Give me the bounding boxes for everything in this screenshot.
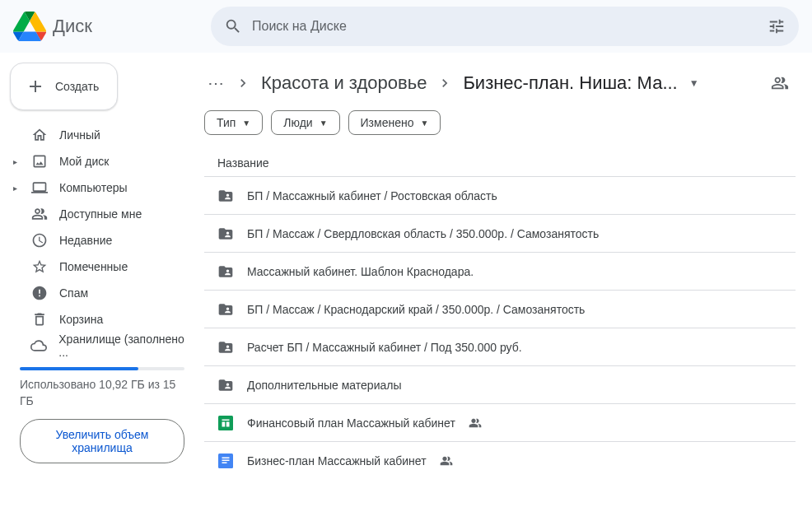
file-name: Бизнес-план Массажный кабинет	[247, 454, 427, 467]
sidebar-item-drive[interactable]: ▸Мой диск	[10, 148, 194, 174]
create-button[interactable]: Создать	[10, 63, 118, 110]
file-name: Финансовый план Массажный кабинет	[247, 416, 455, 430]
storage-fill	[20, 367, 138, 370]
search-bar[interactable]	[211, 7, 799, 46]
shared-icon	[440, 454, 453, 467]
breadcrumb-more-icon[interactable]: ⋯	[204, 73, 228, 93]
chevron-down-icon: ▼	[242, 119, 250, 128]
search-icon	[224, 17, 242, 35]
filter-Тип[interactable]: Тип▼	[204, 110, 263, 135]
file-list: БП / Массажный кабинет / Ростовская обла…	[204, 176, 796, 479]
sidebar-item-label: Спам	[59, 286, 88, 300]
sidebar-item-computer[interactable]: ▸Компьютеры	[10, 174, 194, 201]
create-label: Создать	[55, 80, 99, 93]
sidebar-item-trash[interactable]: Корзина	[10, 306, 194, 333]
file-name: БП / Массаж / Краснодарский край / 350.0…	[247, 303, 585, 316]
nav-secondary: Доступные мнеНедавниеПомеченные	[10, 201, 194, 280]
main-content: ⋯ Красота и здоровье Бизнес-план. Ниша: …	[204, 53, 812, 507]
spam-icon	[31, 285, 48, 301]
sidebar-item-shared[interactable]: Доступные мне	[10, 201, 194, 227]
filter-label: Люди	[283, 116, 312, 129]
sidebar-item-label: Компьютеры	[59, 181, 128, 194]
search-input[interactable]	[252, 19, 758, 34]
file-row[interactable]: Массажный кабинет. Шаблон Краснодара.	[204, 252, 796, 290]
plus-icon	[26, 77, 45, 96]
file-row[interactable]: БП / Массажный кабинет / Ростовская обла…	[204, 176, 796, 214]
breadcrumb-parent[interactable]: Красота и здоровье	[258, 71, 430, 95]
topbar: Диск	[0, 0, 812, 53]
sidebar-item-home[interactable]: Личный	[10, 122, 194, 148]
file-row[interactable]: Расчет БП / Массажный кабинет / Под 350.…	[204, 328, 796, 365]
cloud-icon	[30, 337, 47, 354]
manage-access-icon[interactable]	[771, 74, 789, 92]
filter-label: Изменено	[361, 116, 414, 129]
file-row[interactable]: БП / Массаж / Краснодарский край / 350.0…	[204, 290, 796, 328]
sidebar-item-label: Мой диск	[59, 155, 109, 168]
docs-icon	[217, 454, 234, 468]
chevron-right-icon	[436, 75, 453, 91]
sidebar-item-label: Личный	[59, 128, 100, 142]
sidebar-item-star[interactable]: Помеченные	[10, 254, 194, 280]
storage-text: Использовано 10,92 ГБ из 15 ГБ	[20, 377, 184, 409]
file-name: Дополнительные материалы	[247, 379, 401, 392]
sidebar-item-label: Помеченные	[59, 260, 128, 273]
nav-tertiary: СпамКорзинаХранилище (заполнено ...	[10, 280, 194, 359]
trash-icon	[31, 311, 48, 328]
search-options-icon[interactable]	[768, 17, 786, 35]
folder-shared-icon	[217, 226, 234, 242]
drive-icon	[31, 153, 48, 170]
svg-rect-1	[218, 416, 233, 430]
list-column-header[interactable]: Название	[204, 150, 796, 176]
computer-icon	[31, 179, 48, 196]
breadcrumb-current[interactable]: Бизнес-план. Ниша: Ма...	[460, 71, 680, 95]
folder-shared-icon	[217, 263, 234, 280]
upgrade-storage-button[interactable]: Увеличить объем хранилища	[20, 419, 184, 463]
file-name: БП / Массажный кабинет / Ростовская обла…	[247, 189, 497, 202]
chevron-down-icon: ▼	[320, 119, 328, 128]
sidebar-item-spam[interactable]: Спам	[10, 280, 194, 306]
breadcrumb: ⋯ Красота и здоровье Бизнес-план. Ниша: …	[204, 66, 796, 110]
folder-shared-icon	[217, 188, 234, 204]
recent-icon	[31, 232, 48, 249]
sheets-icon	[217, 416, 234, 430]
file-row[interactable]: Дополнительные материалы	[204, 365, 796, 403]
shared-icon	[469, 416, 482, 430]
shared-icon	[31, 206, 48, 222]
sidebar-item-label: Недавние	[59, 234, 112, 247]
sidebar: Создать Личный▸Мой диск▸Компьютеры Досту…	[0, 53, 204, 507]
file-row[interactable]: Бизнес-план Массажный кабинет	[204, 441, 796, 479]
nav-primary: Личный▸Мой диск▸Компьютеры	[10, 122, 194, 201]
filter-Люди[interactable]: Люди▼	[271, 110, 339, 135]
chevron-down-icon: ▼	[420, 119, 428, 128]
folder-shared-icon	[217, 301, 234, 318]
sidebar-item-label: Хранилище (заполнено ...	[58, 333, 184, 359]
sidebar-item-cloud[interactable]: Хранилище (заполнено ...	[10, 333, 194, 359]
filter-label: Тип	[217, 116, 236, 129]
sidebar-item-label: Корзина	[59, 313, 103, 326]
drive-logo-icon	[13, 12, 46, 41]
filter-Изменено[interactable]: Изменено▼	[348, 110, 441, 135]
expand-icon: ▸	[13, 157, 20, 166]
file-name: БП / Массаж / Свердловская область / 350…	[247, 227, 599, 240]
home-icon	[31, 127, 48, 143]
brand-text: Диск	[53, 16, 92, 37]
logo-area[interactable]: Диск	[13, 12, 204, 41]
star-icon	[31, 258, 48, 275]
folder-shared-icon	[217, 377, 234, 393]
storage-section: Использовано 10,92 ГБ из 15 ГБ Увеличить…	[10, 359, 194, 463]
storage-bar	[20, 367, 184, 370]
breadcrumb-dropdown-icon[interactable]: ▼	[689, 77, 699, 89]
filter-row: Тип▼Люди▼Изменено▼	[204, 110, 796, 150]
sidebar-item-label: Доступные мне	[59, 207, 142, 221]
file-row[interactable]: БП / Массаж / Свердловская область / 350…	[204, 214, 796, 252]
chevron-right-icon	[235, 75, 251, 91]
folder-shared-icon	[217, 339, 234, 356]
file-row[interactable]: Финансовый план Массажный кабинет	[204, 403, 796, 441]
expand-icon: ▸	[13, 184, 20, 193]
file-name: Массажный кабинет. Шаблон Краснодара.	[247, 265, 474, 278]
file-name: Расчет БП / Массажный кабинет / Под 350.…	[247, 341, 522, 354]
sidebar-item-recent[interactable]: Недавние	[10, 227, 194, 254]
